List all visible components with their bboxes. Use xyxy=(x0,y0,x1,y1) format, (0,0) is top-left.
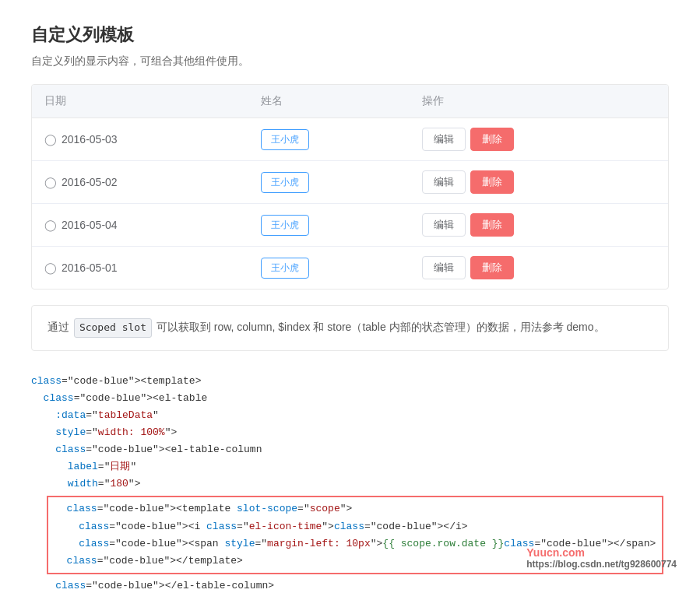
table-container: 日期 姓名 操作 ◯2016-05-03王小虎编辑删除◯2016-05-02王小… xyxy=(31,84,669,289)
name-tag-button[interactable]: 王小虎 xyxy=(261,258,309,279)
delete-button[interactable]: 删除 xyxy=(470,170,514,194)
col-header-action: 操作 xyxy=(410,85,668,118)
watermark-url: https://blog.csdn.net/tg928600774 xyxy=(526,559,677,570)
table-row: ◯2016-05-02王小虎编辑删除 xyxy=(32,161,668,204)
table-row: ◯2016-05-01王小虎编辑删除 xyxy=(32,247,668,289)
table-row: ◯2016-05-03王小虎编辑删除 xyxy=(32,118,668,161)
delete-button[interactable]: 删除 xyxy=(470,128,514,151)
date-cell: ◯2016-05-02 xyxy=(32,161,248,204)
watermark-brand: Yuucn.com xyxy=(526,546,585,559)
info-suffix: 可以获取到 row, column, $index 和 store（table … xyxy=(157,321,605,333)
action-cell: 编辑删除 xyxy=(410,118,668,161)
code-line: class="code-blue"><template> xyxy=(31,373,669,390)
name-tag-button[interactable]: 王小虎 xyxy=(261,215,309,236)
date-value: 2016-05-03 xyxy=(62,133,118,146)
table-row: ◯2016-05-04王小虎编辑删除 xyxy=(32,204,668,247)
date-cell: ◯2016-05-03 xyxy=(32,118,248,161)
date-value: 2016-05-01 xyxy=(62,261,118,274)
code-line: class="code-blue"><el-table-column xyxy=(31,441,669,458)
code-line: style="width: 100%"> xyxy=(31,424,669,441)
clock-icon: ◯ xyxy=(44,219,57,231)
clock-icon: ◯ xyxy=(44,261,57,274)
edit-button[interactable]: 编辑 xyxy=(422,256,466,279)
edit-button[interactable]: 编辑 xyxy=(422,213,466,237)
info-prefix: 通过 xyxy=(47,321,69,333)
code-line: class="code-blue"><el-table xyxy=(31,390,669,407)
code-line: class="code-blue"></el-table-column> xyxy=(31,577,669,593)
page-description: 自定义列的显示内容，可组合其他组件使用。 xyxy=(31,54,669,68)
data-table: 日期 姓名 操作 ◯2016-05-03王小虎编辑删除◯2016-05-02王小… xyxy=(32,85,668,289)
code-line: label="日期" xyxy=(31,458,669,475)
scoped-slot-tag: Scoped slot xyxy=(74,318,152,338)
name-cell: 王小虎 xyxy=(248,204,410,247)
page-title: 自定义列模板 xyxy=(31,23,669,47)
name-cell: 王小虎 xyxy=(248,247,410,289)
info-box: 通过 Scoped slot 可以获取到 row, column, $index… xyxy=(31,305,669,351)
date-cell: ◯2016-05-01 xyxy=(32,247,248,289)
clock-icon: ◯ xyxy=(44,133,57,146)
watermark: Yuucn.com https://blog.csdn.net/tg928600… xyxy=(526,546,677,570)
edit-button[interactable]: 编辑 xyxy=(422,170,466,194)
action-cell: 编辑删除 xyxy=(410,247,668,289)
name-cell: 王小虎 xyxy=(248,161,410,204)
clock-icon: ◯ xyxy=(44,176,57,188)
code-line: width="180"> xyxy=(31,475,669,493)
date-value: 2016-05-02 xyxy=(62,176,118,188)
delete-button[interactable]: 删除 xyxy=(470,256,514,279)
name-cell: 王小虎 xyxy=(248,118,410,161)
action-cell: 编辑删除 xyxy=(410,161,668,204)
action-cell: 编辑删除 xyxy=(410,204,668,247)
date-cell: ◯2016-05-04 xyxy=(32,204,248,247)
code-highlight-line: class="code-blue"><i class="el-icon-time… xyxy=(55,518,656,535)
code-line: :data="tableData" xyxy=(31,407,669,424)
edit-button[interactable]: 编辑 xyxy=(422,128,466,151)
page-container: 自定义列模板 自定义列的显示内容，可组合其他组件使用。 日期 姓名 操作 ◯20… xyxy=(0,0,700,593)
date-value: 2016-05-04 xyxy=(62,219,118,231)
col-header-date: 日期 xyxy=(32,85,248,118)
name-tag-button[interactable]: 王小虎 xyxy=(261,172,309,193)
col-header-name: 姓名 xyxy=(248,85,410,118)
code-highlight-line: class="code-blue"><template slot-scope="… xyxy=(55,500,656,518)
name-tag-button[interactable]: 王小虎 xyxy=(261,129,309,150)
delete-button[interactable]: 删除 xyxy=(470,213,514,237)
